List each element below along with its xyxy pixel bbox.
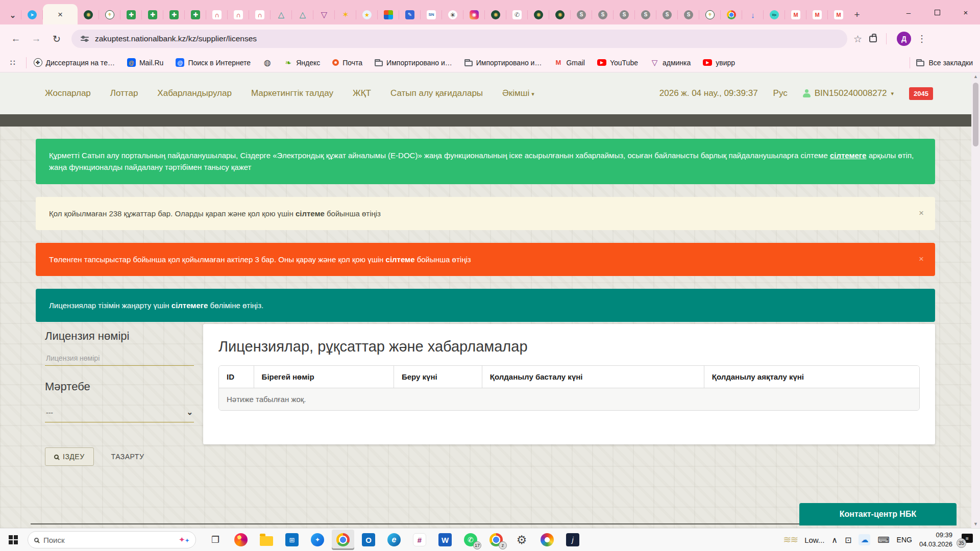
search-highlights-icon[interactable]: ✦✦ — [179, 535, 189, 544]
nav-link[interactable]: ЖҚТ — [353, 88, 371, 98]
browser-tab[interactable]: ✆ — [506, 5, 528, 24]
address-bar[interactable]: zakuptest.nationalbank.kz/kz/supplier/li… — [71, 30, 847, 48]
browser-tab[interactable]: ∩ — [249, 5, 271, 24]
bookmark-item[interactable]: Импортировано и… — [464, 59, 542, 67]
browser-tab[interactable]: △ — [292, 5, 313, 24]
forward-button[interactable]: → — [28, 30, 45, 47]
bookmark-item[interactable]: ▶увирр — [703, 59, 735, 67]
browser-tab[interactable] — [378, 5, 399, 24]
browser-tab[interactable]: 0|x — [764, 5, 785, 24]
taskbar-word-icon[interactable]: W — [434, 530, 456, 550]
browser-tab[interactable]: M — [806, 5, 828, 24]
bookmark-item[interactable]: Почта — [332, 59, 362, 67]
browser-tab[interactable]: ✚ — [185, 5, 206, 24]
browser-tab[interactable]: ➤ — [21, 5, 43, 24]
clear-button[interactable]: ТАЗАРТУ — [111, 453, 144, 461]
taskbar-settings-icon[interactable]: ⚙ — [510, 530, 533, 550]
language-switch[interactable]: Рус — [773, 88, 788, 98]
nav-link[interactable]: Сатып алу қағидалары — [390, 88, 483, 98]
status-select[interactable]: --- ⌄ — [45, 402, 194, 422]
taskbar-firefox-icon[interactable] — [230, 530, 252, 550]
browser-tab[interactable]: ✚ — [142, 5, 163, 24]
bookmark-item[interactable]: @Mail.Ru — [127, 58, 163, 67]
browser-tab[interactable]: S — [592, 5, 614, 24]
taskbar-store-icon[interactable]: ⊞ — [281, 530, 303, 550]
nav-link[interactable]: Лоттар — [110, 88, 138, 98]
browser-tab[interactable]: ⌄ — [4, 5, 21, 24]
browser-scrollbar[interactable]: ▲ ▼ — [971, 72, 980, 528]
alert-link[interactable]: сілтемеге — [172, 301, 208, 310]
alert-link[interactable]: сілтемеге — [830, 151, 867, 160]
taskbar-compass-icon[interactable]: ✦ — [306, 530, 329, 550]
alert-link[interactable]: сілтеме — [296, 209, 325, 218]
taskbar-outlook-icon[interactable]: O — [357, 530, 380, 550]
browser-tab-active[interactable]: × — [43, 4, 78, 24]
nav-link[interactable]: Маркетингтік талдау — [251, 88, 333, 98]
browser-tab[interactable]: ∩ — [206, 5, 228, 24]
input-language[interactable]: ENG — [897, 536, 912, 544]
browser-tab[interactable]: ◉ — [463, 5, 485, 24]
browser-tab[interactable]: S — [614, 5, 635, 24]
taskbar-whatsapp-icon[interactable]: ✆17 — [459, 530, 482, 550]
bookmark-item[interactable]: ▽админка — [650, 58, 691, 67]
browser-menu-icon[interactable]: ⋮ — [917, 33, 927, 44]
browser-tab[interactable]: ✳ — [442, 5, 463, 24]
bookmark-item[interactable]: ▶YouTube — [597, 59, 638, 67]
url-text[interactable]: zakuptest.nationalbank.kz/kz/supplier/li… — [95, 34, 257, 43]
bookmark-item[interactable]: ❧Яндекс — [284, 58, 320, 67]
nav-link[interactable]: Жоспарлар — [45, 88, 91, 98]
browser-tab[interactable]: S — [656, 5, 678, 24]
browser-tab[interactable]: ★ — [356, 5, 378, 24]
browser-tab[interactable]: ▽ — [313, 5, 335, 24]
browser-tab[interactable]: △ — [271, 5, 292, 24]
scroll-up-icon[interactable]: ▲ — [971, 72, 980, 81]
browser-tab[interactable]: ✚ — [163, 5, 185, 24]
browser-tab[interactable]: S — [678, 5, 699, 24]
browser-tab[interactable]: M — [828, 5, 849, 24]
browser-tab[interactable]: S — [635, 5, 656, 24]
tray-app-icon[interactable]: ≋≋ — [783, 537, 797, 542]
browser-tab[interactable]: ↓ — [742, 5, 764, 24]
notifications-count-badge[interactable]: 2045 — [909, 87, 933, 100]
nav-link[interactable]: Хабарландырулар — [157, 88, 232, 98]
browser-tab[interactable]: SN — [421, 5, 442, 24]
close-alert-icon[interactable]: × — [919, 207, 924, 220]
keyboard-icon[interactable]: ⌨ — [877, 535, 889, 545]
contact-center-button[interactable]: Контакт-центр НБК — [799, 503, 957, 525]
taskbar-edge-icon[interactable]: e — [383, 530, 405, 550]
taskbar-jira-icon[interactable]: j — [561, 530, 584, 550]
browser-tab[interactable]: ⚜ — [699, 5, 721, 24]
close-alert-icon[interactable]: × — [919, 253, 924, 266]
apps-grid-icon[interactable]: ∷ — [7, 58, 19, 67]
browser-tab[interactable]: ✶ — [335, 5, 356, 24]
taskbar-explorer-icon[interactable] — [255, 530, 278, 550]
browser-tab[interactable] — [721, 5, 742, 24]
bookmark-item[interactable]: @Поиск в Интернете — [176, 58, 251, 67]
taskbar-search-box[interactable]: Поиск ✦✦ — [28, 531, 196, 548]
search-button[interactable]: ІЗДЕУ — [45, 447, 94, 466]
bookmark-item[interactable]: MGmail — [554, 58, 585, 67]
taskbar-chrome-icon[interactable] — [332, 530, 354, 550]
browser-tab[interactable]: S — [571, 5, 592, 24]
maximize-button[interactable] — [923, 0, 951, 24]
bookmark-item[interactable]: ✤Диссертация на те… — [34, 58, 115, 67]
browser-tab[interactable]: ✺ — [78, 5, 99, 24]
onedrive-icon[interactable]: ☁ — [859, 534, 870, 545]
license-number-input[interactable] — [45, 351, 194, 366]
user-menu[interactable]: BIN150240008272 ▾ — [803, 88, 894, 98]
notification-center[interactable]: ≡ 35 — [960, 534, 973, 546]
profile-avatar[interactable]: Д — [897, 32, 911, 46]
browser-tab[interactable]: ∩ — [228, 5, 249, 24]
browser-tab[interactable]: ✺ — [549, 5, 571, 24]
new-tab-button[interactable]: + — [849, 5, 865, 24]
extensions-icon[interactable] — [869, 36, 877, 42]
browser-tab[interactable]: ✺ — [528, 5, 549, 24]
taskbar-slack-icon[interactable]: # — [408, 530, 431, 550]
close-window-button[interactable]: × — [951, 0, 980, 24]
browser-tab[interactable]: ✺ — [485, 5, 506, 24]
taskbar-task-view-icon[interactable]: ❐ — [204, 530, 227, 550]
browser-tab[interactable]: ⚜ — [99, 5, 120, 24]
start-button[interactable] — [3, 529, 23, 551]
taskbar-paint-icon[interactable] — [536, 530, 558, 550]
scroll-down-icon[interactable]: ▼ — [971, 520, 980, 528]
